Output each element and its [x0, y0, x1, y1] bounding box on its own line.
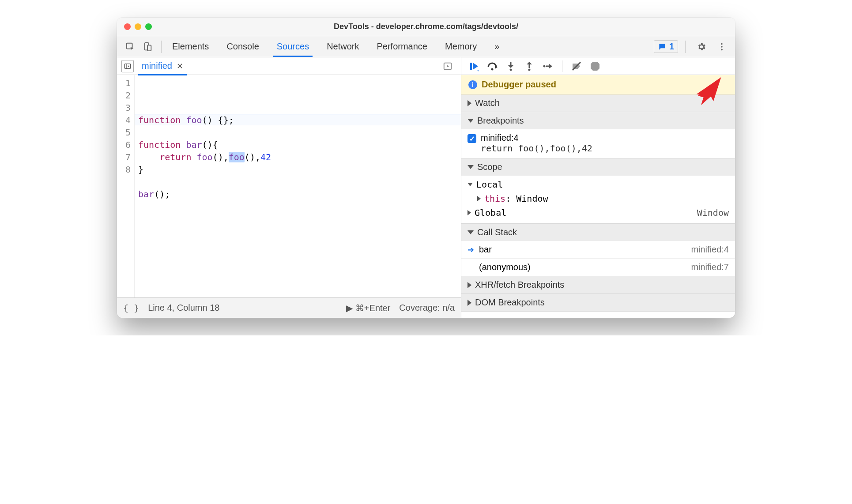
settings-icon[interactable]: [695, 41, 708, 53]
chevron-down-icon: [467, 165, 474, 169]
execution-line-highlight: [135, 114, 461, 126]
divider: [562, 60, 562, 72]
chevron-down-icon: [467, 183, 473, 186]
sources-panel: minified ✕ 12345678 function foo() {}; f…: [117, 57, 461, 318]
file-tab[interactable]: minified ✕: [138, 58, 187, 74]
debugger-paused-banner: i Debugger paused: [461, 75, 735, 94]
debugger-panel: i Debugger paused Watch Breakpoints: [461, 57, 735, 318]
device-toggle-icon[interactable]: [142, 41, 154, 53]
xhr-breakpoints-header[interactable]: XHR/fetch Breakpoints: [461, 276, 735, 293]
chevron-right-icon: [467, 100, 471, 106]
svg-marker-8: [128, 65, 129, 67]
svg-point-4: [721, 46, 723, 48]
chevron-right-icon: [477, 196, 481, 201]
resume-icon[interactable]: [467, 60, 480, 72]
scope-global[interactable]: Global Window: [461, 206, 735, 220]
breakpoints-section-header[interactable]: Breakpoints: [461, 112, 735, 129]
code-area[interactable]: function foo() {}; function bar(){ retur…: [135, 75, 461, 297]
svg-rect-11: [470, 63, 472, 70]
step-icon[interactable]: [542, 60, 554, 72]
deactivate-breakpoints-icon[interactable]: [570, 60, 583, 72]
close-window-button[interactable]: [124, 23, 131, 30]
callstack-body: ➔barminified:4(anonymous)minified:7: [461, 241, 735, 276]
snippet-run-icon[interactable]: [441, 60, 454, 72]
editor-statusbar: { } Line 4, Column 18 ▶ ⌘+Enter Coverage…: [117, 297, 461, 318]
svg-marker-24: [549, 64, 552, 69]
navigator-toggle-icon[interactable]: [121, 60, 134, 72]
issues-count: 1: [669, 41, 674, 52]
close-icon[interactable]: ✕: [177, 61, 183, 71]
svg-marker-10: [447, 65, 449, 68]
breakpoint-item[interactable]: ✓ minified:4 return foo(),foo(),42: [467, 133, 729, 154]
tab-elements[interactable]: Elements: [171, 37, 210, 56]
tabs-overflow[interactable]: »: [494, 37, 500, 56]
coverage-status: Coverage: n/a: [399, 303, 455, 313]
watch-section-header[interactable]: Watch: [461, 94, 735, 112]
info-icon: i: [468, 80, 477, 89]
callstack-frame[interactable]: ➔barminified:4: [461, 241, 735, 259]
chevron-right-icon: [467, 210, 471, 215]
divider: [161, 41, 162, 53]
chevron-right-icon: [467, 300, 471, 306]
svg-point-22: [543, 65, 546, 67]
svg-marker-12: [473, 63, 478, 70]
debugger-toolbar: [461, 57, 735, 75]
callstack-section-header[interactable]: Call Stack: [461, 224, 735, 241]
tab-memory[interactable]: Memory: [444, 37, 478, 56]
svg-rect-6: [124, 64, 130, 68]
code-editor[interactable]: 12345678 function foo() {}; function bar…: [117, 75, 461, 297]
debugger-status: Debugger paused: [482, 79, 556, 90]
window-controls: [124, 23, 152, 30]
svg-point-16: [510, 68, 512, 71]
tab-performance[interactable]: Performance: [376, 37, 429, 56]
tab-sources[interactable]: Sources: [276, 37, 310, 56]
issues-badge[interactable]: 1: [654, 40, 678, 53]
tab-console[interactable]: Console: [226, 37, 260, 56]
run-shortcut[interactable]: ▶ ⌘+Enter: [346, 303, 390, 313]
window-title: DevTools - developer.chrome.com/tags/dev…: [117, 22, 735, 31]
svg-point-15: [491, 68, 494, 70]
breakpoint-code: return foo(),foo(),42: [481, 143, 592, 154]
scope-body: Local this: Window Global Window: [461, 176, 735, 223]
svg-point-5: [721, 49, 723, 50]
panel-tabs: Elements Console Sources Network Perform…: [171, 37, 500, 56]
cursor-position: Line 4, Column 18: [148, 303, 219, 313]
file-tab-label: minified: [142, 61, 172, 71]
devtools-window: DevTools - developer.chrome.com/tags/dev…: [117, 18, 735, 318]
svg-rect-2: [147, 45, 151, 51]
main-tabstrip: Elements Console Sources Network Perform…: [117, 36, 735, 57]
zoom-window-button[interactable]: [145, 23, 152, 30]
svg-marker-18: [508, 65, 513, 68]
titlebar: DevTools - developer.chrome.com/tags/dev…: [117, 18, 735, 36]
callstack-frame[interactable]: (anonymous)minified:7: [461, 259, 735, 276]
chevron-down-icon: [467, 119, 474, 123]
checkbox-checked-icon[interactable]: ✓: [467, 134, 476, 143]
tab-network[interactable]: Network: [326, 37, 360, 56]
file-tab-bar: minified ✕: [117, 57, 461, 75]
step-into-icon[interactable]: [505, 60, 517, 72]
step-over-icon[interactable]: [486, 60, 498, 72]
svg-marker-13: [476, 70, 479, 71]
svg-point-3: [721, 43, 723, 45]
kebab-menu-icon[interactable]: [716, 41, 728, 53]
minimize-window-button[interactable]: [135, 23, 141, 30]
chevron-down-icon: [467, 230, 474, 234]
scope-section-header[interactable]: Scope: [461, 158, 735, 176]
line-gutter: 12345678: [117, 75, 135, 297]
chevron-right-icon: [467, 282, 471, 288]
svg-marker-21: [527, 62, 532, 64]
svg-point-19: [528, 68, 531, 71]
dom-breakpoints-header[interactable]: DOM Breakpoints: [461, 294, 735, 311]
breakpoint-label: minified:4: [481, 133, 592, 143]
inspect-icon[interactable]: [124, 41, 136, 53]
step-out-icon[interactable]: [523, 60, 535, 72]
divider: [685, 41, 686, 53]
breakpoints-body: ✓ minified:4 return foo(),foo(),42: [461, 129, 735, 158]
scope-local[interactable]: Local: [461, 177, 735, 192]
pretty-print-icon[interactable]: { }: [123, 303, 139, 313]
scope-this[interactable]: this: Window: [461, 192, 735, 206]
pause-exceptions-icon[interactable]: [589, 60, 601, 72]
